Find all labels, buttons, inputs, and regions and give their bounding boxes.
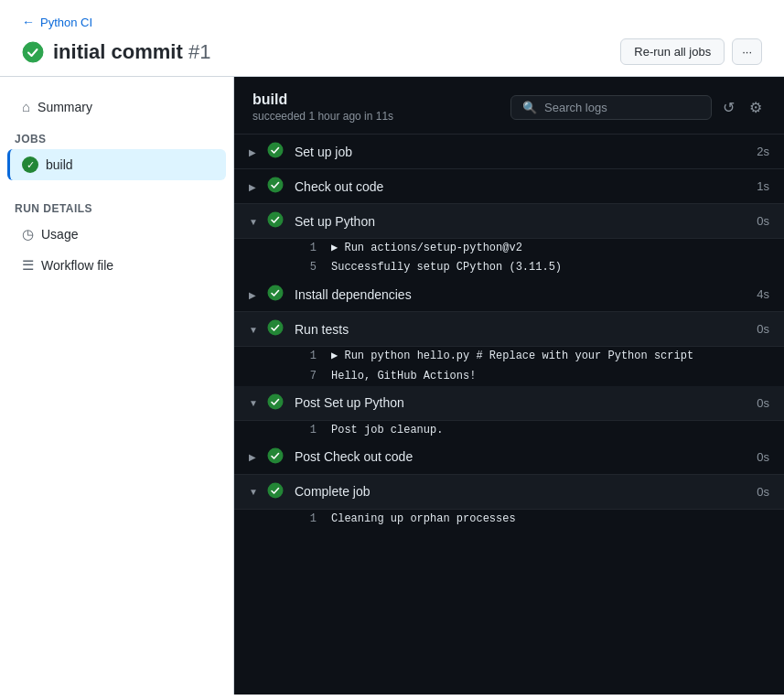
step-check-set-up-job: [267, 142, 287, 161]
build-controls: 🔍 ↺ ⚙: [510, 95, 766, 120]
sidebar-item-usage[interactable]: ◷ Usage: [7, 219, 226, 250]
log-line-number: 1: [289, 422, 317, 439]
step-toggle-complete-job: ▼: [249, 486, 267, 497]
back-arrow-icon: ←: [22, 15, 35, 29]
log-line-content: ▶ Run python hello.py # Replace with you…: [331, 348, 769, 365]
step-duration-post-set-up-python: 0s: [742, 396, 769, 410]
sidebar-item-summary[interactable]: ⌂ Summary: [7, 92, 226, 122]
log-line-content: Cleaning up orphan processes: [331, 511, 769, 528]
step-row-install-dependencies[interactable]: ▶Install dependencies4s: [234, 277, 784, 312]
build-info: build succeeded 1 hour ago in 11s: [252, 92, 393, 123]
step-toggle-check-out-code: ▶: [249, 181, 267, 192]
log-line: 7Hello, GitHub Actions!: [234, 367, 784, 386]
svg-point-3: [268, 212, 284, 228]
rerun-all-jobs-button[interactable]: Re-run all jobs: [620, 38, 725, 65]
step-row-post-check-out-code[interactable]: ▶Post Check out code0s: [234, 440, 784, 475]
log-line-content: Hello, GitHub Actions!: [331, 368, 769, 385]
run-details-label: Run details: [0, 195, 233, 219]
log-line-content: Post job cleanup.: [331, 422, 769, 439]
step-toggle-install-dependencies: ▶: [249, 289, 267, 300]
log-line-number: 5: [289, 259, 317, 276]
main-layout: ⌂ Summary Jobs ✓ build Run details ◷ Usa…: [0, 77, 784, 695]
step-check-check-out-code: [267, 177, 287, 196]
jobs-section: Jobs ✓ build: [0, 125, 233, 180]
commit-title-row: initial commit #1 Re-run all jobs ···: [22, 38, 762, 65]
search-logs-input[interactable]: [544, 101, 691, 114]
log-block-set-up-python: 1▶ Run actions/setup-python@v25Successfu…: [234, 239, 784, 277]
sidebar-item-build[interactable]: ✓ build: [7, 149, 226, 180]
step-check-complete-job: [267, 482, 287, 501]
svg-point-2: [268, 178, 284, 193]
step-duration-install-dependencies: 4s: [742, 287, 769, 301]
log-line: 1▶ Run actions/setup-python@v2: [234, 239, 784, 258]
step-check-run-tests: [267, 319, 287, 339]
commit-title-text: initial commit #1: [53, 40, 210, 64]
steps-list: ▶Set up job2s▶Check out code1s▼Set up Py…: [234, 135, 784, 529]
step-toggle-set-up-job: ▶: [249, 146, 267, 157]
step-row-set-up-job[interactable]: ▶Set up job2s: [234, 135, 784, 169]
summary-label: Summary: [38, 100, 92, 114]
back-label: Python CI: [40, 16, 92, 29]
step-check-post-check-out-code: [267, 447, 287, 467]
log-line: 1Post job cleanup.: [234, 421, 784, 440]
back-link[interactable]: ← Python CI: [22, 15, 762, 29]
step-name-set-up-job: Set up job: [295, 145, 742, 159]
step-duration-set-up-job: 2s: [742, 145, 769, 158]
clock-icon: ◷: [22, 226, 34, 242]
sidebar-item-workflow-file[interactable]: ☰ Workflow file: [7, 250, 226, 281]
svg-point-8: [268, 482, 284, 498]
step-check-install-dependencies: [267, 285, 287, 304]
step-name-run-tests: Run tests: [295, 322, 742, 337]
step-toggle-set-up-python: ▼: [249, 216, 267, 227]
log-block-complete-job: 1Cleaning up orphan processes: [234, 510, 784, 529]
log-panel: build succeeded 1 hour ago in 11s 🔍 ↺ ⚙ …: [234, 77, 784, 695]
log-line-content: Successfully setup CPython (3.11.5): [331, 259, 769, 276]
more-options-button[interactable]: ···: [732, 38, 762, 65]
log-line: 1Cleaning up orphan processes: [234, 510, 784, 529]
step-toggle-run-tests: ▼: [249, 324, 267, 335]
step-name-set-up-python: Set up Python: [295, 214, 742, 229]
workflow-file-label: Workflow file: [41, 258, 113, 273]
step-duration-post-check-out-code: 0s: [742, 450, 769, 464]
step-check-post-set-up-python: [267, 393, 287, 413]
svg-point-6: [268, 393, 284, 409]
run-details-section: Run details ◷ Usage ☰ Workflow file: [0, 195, 233, 281]
sidebar: ⌂ Summary Jobs ✓ build Run details ◷ Usa…: [0, 77, 234, 695]
step-row-complete-job[interactable]: ▼Complete job0s: [234, 475, 784, 510]
step-row-check-out-code[interactable]: ▶Check out code1s: [234, 169, 784, 204]
svg-point-7: [268, 447, 284, 463]
refresh-button[interactable]: ↺: [719, 95, 738, 120]
svg-point-5: [268, 320, 284, 336]
jobs-section-label: Jobs: [0, 125, 233, 149]
step-name-complete-job: Complete job: [295, 484, 742, 499]
step-duration-set-up-python: 0s: [742, 214, 769, 228]
log-line-number: 7: [289, 368, 317, 385]
usage-label: Usage: [41, 227, 78, 242]
settings-button[interactable]: ⚙: [746, 95, 766, 120]
log-line: 5Successfully setup CPython (3.11.5): [234, 258, 784, 277]
build-header: build succeeded 1 hour ago in 11s 🔍 ↺ ⚙: [234, 77, 784, 135]
step-row-post-set-up-python[interactable]: ▼Post Set up Python0s: [234, 386, 784, 421]
svg-point-4: [268, 285, 284, 301]
log-line-number: 1: [289, 348, 317, 365]
log-line-number: 1: [289, 511, 317, 528]
log-line-content: ▶ Run actions/setup-python@v2: [331, 240, 769, 257]
search-box: 🔍: [510, 95, 712, 120]
home-icon: ⌂: [22, 99, 30, 114]
step-row-run-tests[interactable]: ▼Run tests0s: [234, 312, 784, 347]
step-name-check-out-code: Check out code: [295, 179, 742, 194]
build-job-label: build: [46, 157, 73, 172]
log-block-post-set-up-python: 1Post job cleanup.: [234, 421, 784, 440]
step-name-post-check-out-code: Post Check out code: [295, 449, 742, 464]
step-name-post-set-up-python: Post Set up Python: [295, 395, 742, 410]
top-bar: ← Python CI initial commit #1 Re-run all…: [0, 0, 784, 77]
commit-title-left: initial commit #1: [22, 40, 210, 64]
log-block-run-tests: 1▶ Run python hello.py # Replace with yo…: [234, 347, 784, 385]
build-status: succeeded 1 hour ago in 11s: [252, 110, 393, 123]
log-line: 1▶ Run python hello.py # Replace with yo…: [234, 347, 784, 366]
build-title: build: [252, 92, 393, 108]
commit-number: #1: [188, 40, 210, 63]
build-success-icon: ✓: [22, 156, 38, 173]
title-buttons: Re-run all jobs ···: [620, 38, 762, 65]
step-row-set-up-python[interactable]: ▼Set up Python0s: [234, 204, 784, 239]
